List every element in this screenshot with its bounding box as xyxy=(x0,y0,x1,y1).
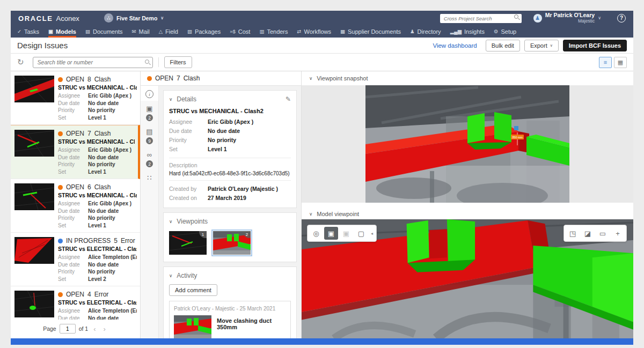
viewpoints-count-badge: 2 xyxy=(146,114,153,121)
issue-title: STRUC vs MECHANICAL - Clash2 xyxy=(58,138,135,145)
model-viewpoint-header: ∨ Model viewpoint xyxy=(302,209,633,219)
nav-models[interactable]: ▣Models xyxy=(48,25,76,38)
clip-box-icon[interactable]: ◳ xyxy=(566,227,580,240)
collapse-toolbar-icon[interactable]: ◂ xyxy=(369,231,375,236)
chevron-down-icon[interactable]: ∨ xyxy=(169,273,172,278)
status-text: OPEN xyxy=(66,291,84,298)
help-icon[interactable]: ? xyxy=(617,14,626,23)
nav-tenders[interactable]: ▥Tenders xyxy=(259,25,288,38)
nav-workflows[interactable]: ⇄Workflows xyxy=(297,25,332,38)
nav-insights[interactable]: ▂▄▆Insights xyxy=(450,25,485,38)
mail-icon: ✉ xyxy=(132,28,136,34)
chevron-down-icon[interactable]: ∨ xyxy=(169,219,172,224)
filters-button[interactable]: Filters xyxy=(164,56,192,68)
pagination: Page of 1 ‹ › xyxy=(11,320,140,338)
issue-title: STRUC vs ELECTRICAL - Clash4 xyxy=(58,246,137,252)
detail-side-rail: i ▣2 ▤9 ∞2 ∷ xyxy=(141,86,159,338)
chevron-down-icon[interactable]: ∨ xyxy=(309,211,312,217)
grid-view-toggle[interactable]: ▦ xyxy=(614,57,627,68)
divider xyxy=(158,57,159,67)
page-number-input[interactable] xyxy=(60,324,76,334)
next-page-icon[interactable]: › xyxy=(101,325,108,333)
issue-search-input[interactable] xyxy=(33,57,153,68)
status-dot xyxy=(147,76,152,81)
svg-text:350 mm: 350 mm xyxy=(512,136,523,139)
nav-cost[interactable]: »$Cost xyxy=(230,25,250,38)
nav-setup[interactable]: ⚙Setup xyxy=(494,25,516,38)
nav-supplier-documents[interactable]: ▦Supplier Documents xyxy=(340,25,401,38)
detail-issue-title: STRUC vs MECHANICAL - Clash2 xyxy=(169,108,291,114)
refresh-icon[interactable]: ↻ xyxy=(17,57,24,67)
export-button[interactable]: Export∨ xyxy=(524,40,559,51)
measure-icon[interactable]: ▭ xyxy=(596,227,610,240)
viewpoint-snapshot-image: 350 mm xyxy=(365,85,569,203)
search-icon[interactable] xyxy=(145,60,149,64)
links-tab[interactable]: ∞2 xyxy=(141,147,158,170)
oracle-logo: ORACLEAconex xyxy=(18,13,79,23)
activity-comment-text: Move clashing duct 350mm xyxy=(217,315,286,330)
viewpoint-thumb-1[interactable]: 1 xyxy=(169,231,207,255)
issue-card-7-selected[interactable]: OPEN7Clash STRUC vs MECHANICAL - Clash2 … xyxy=(11,125,140,179)
user-menu[interactable]: ♟ Mr Patrick O'LearyMajestic ∨ xyxy=(533,12,601,24)
page-header: Design Issues View dashboard Bulk edit E… xyxy=(11,38,633,54)
details-section: ∨ Details ✎ STRUC vs MECHANICAL - Clash2… xyxy=(163,90,297,208)
issue-title: STRUC vs MECHANICAL - Clash1 xyxy=(58,192,137,198)
nav-documents[interactable]: ▤Documents xyxy=(85,25,123,38)
viewpoint-thumb-2[interactable]: 2 xyxy=(213,231,251,255)
model-mode-outline-icon[interactable]: ▢ xyxy=(354,227,368,240)
chevron-down-icon[interactable]: ∨ xyxy=(169,97,172,102)
status-text: OPEN xyxy=(66,130,84,137)
project-selector[interactable]: ∴ Five Star Demo ∨ xyxy=(104,13,164,23)
model-viewpoint-canvas[interactable]: ◎ ▣ ▣ ▢ ◂ ◳ ◪ ▭ + xyxy=(302,219,633,338)
model-mode-selected-icon[interactable]: ▣ xyxy=(324,227,338,240)
cube-icon: ▣ xyxy=(48,28,53,34)
prev-page-icon[interactable]: ‹ xyxy=(91,325,98,333)
view-dashboard-link[interactable]: View dashboard xyxy=(433,42,477,49)
project-name: Five Star Demo xyxy=(116,15,157,21)
visibility-eye-icon[interactable]: ◎ xyxy=(309,227,323,240)
model-viewpoint-title: Model viewpoint xyxy=(317,211,359,217)
product-name: Aconex xyxy=(56,14,79,23)
nav-packages[interactable]: ▧Packages xyxy=(187,25,221,38)
nav-tasks[interactable]: ✓Tasks xyxy=(17,25,39,38)
list-view-toggle[interactable]: ≡ xyxy=(599,57,612,68)
status-text: OPEN xyxy=(66,76,84,83)
detail-status-header: OPEN 7 Clash xyxy=(141,71,301,86)
details-section-title: Details xyxy=(177,95,196,103)
info-tab[interactable]: i xyxy=(141,86,158,101)
divider xyxy=(169,158,291,158)
comments-tab[interactable]: ▤9 xyxy=(141,124,158,147)
search-icon[interactable] xyxy=(514,14,518,19)
add-comment-button[interactable]: Add comment xyxy=(169,284,217,296)
model-mode-disabled-icon[interactable]: ▣ xyxy=(339,227,353,240)
edit-icon[interactable]: ✎ xyxy=(286,95,291,103)
issue-card-8[interactable]: OPEN8Clash STRUC vs MECHANICAL - Clash3 … xyxy=(11,71,140,125)
activity-section: ∨ Activity Add comment Patrick O'Leary -… xyxy=(163,266,297,338)
issue-card-5[interactable]: IN PROGRESS5Error STRUC vs ELECTRICAL - … xyxy=(11,233,140,286)
import-bcf-button[interactable]: Import BCF Issues xyxy=(563,40,627,51)
bulk-edit-button[interactable]: Bulk edit xyxy=(486,40,520,51)
issue-card-6[interactable]: OPEN6Clash STRUC vs MECHANICAL - Clash1 … xyxy=(11,179,140,233)
viewpoints-tab[interactable]: ▣2 xyxy=(141,101,158,124)
cross-project-search-input[interactable] xyxy=(440,14,522,23)
issue-thumbnail xyxy=(14,130,54,157)
status-dot xyxy=(58,239,63,243)
status-text: OPEN xyxy=(66,183,84,191)
status-dot xyxy=(58,185,63,190)
chevron-down-icon: ∨ xyxy=(160,16,164,20)
nav-mail[interactable]: ✉Mail xyxy=(132,25,150,38)
nav-directory[interactable]: ♟Directory xyxy=(410,25,441,38)
issue-card-4[interactable]: OPEN4Error STRUC vs ELECTRICAL - Clash3 … xyxy=(11,286,140,320)
workflow-tab[interactable]: ∷ xyxy=(141,170,158,184)
supplier-docs-icon: ▦ xyxy=(340,28,345,34)
nav-field[interactable]: △Field xyxy=(159,25,178,38)
viewpoint-snapshot-header: ∨ Viewpoint snapshot xyxy=(302,71,633,85)
main-nav: ✓Tasks ▣Models ▤Documents ✉Mail △Field ▧… xyxy=(11,25,633,38)
section-cube-icon[interactable]: ◪ xyxy=(581,227,595,240)
chevron-down-icon[interactable]: ∨ xyxy=(309,76,312,81)
link-icon: ∞ xyxy=(147,151,152,159)
divider xyxy=(169,180,291,181)
viewer-toolbar-right: ◳ ◪ ▭ + xyxy=(564,225,627,242)
zoom-in-icon[interactable]: + xyxy=(611,227,625,240)
viewpoints-section-title: Viewpoints xyxy=(177,218,208,225)
